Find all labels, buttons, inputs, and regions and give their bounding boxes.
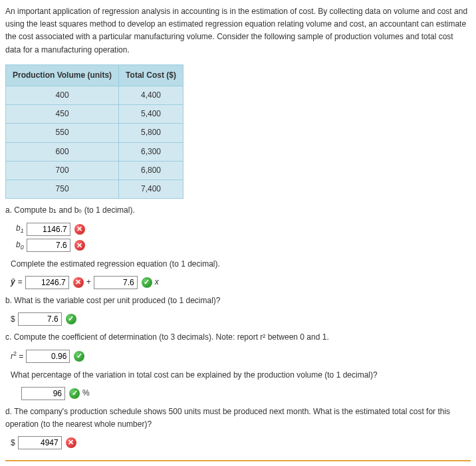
question-c: c. Compute the coefficient of determinat… <box>5 331 471 344</box>
question-label: b. <box>5 296 12 305</box>
table-row: 6006,300 <box>6 142 183 161</box>
cell: 700 <box>6 161 119 179</box>
plus-sign: + <box>86 276 91 289</box>
correct-icon <box>69 388 80 399</box>
col-header-cost: Total Cost ($) <box>119 64 183 86</box>
table-row: 4004,400 <box>6 86 183 104</box>
cell: 750 <box>6 179 119 198</box>
question-text: Compute b₁ and b₀ (to 1 decimal). <box>14 205 134 215</box>
equation-prompt: Complete the estimated regression equati… <box>11 258 471 271</box>
col-header-volume: Production Volume (units) <box>6 64 119 86</box>
b0-input[interactable] <box>27 239 70 252</box>
cell: 450 <box>6 105 119 124</box>
r2-label: r2 = <box>11 349 23 363</box>
question-label: d. <box>5 407 12 416</box>
table-row: 4505,400 <box>6 105 183 124</box>
total-cost-input[interactable] <box>18 436 62 449</box>
slope-input[interactable] <box>94 276 138 289</box>
cell: 550 <box>6 124 119 142</box>
question-text: Compute the coefficient of determination… <box>14 332 329 342</box>
cell: 400 <box>6 86 119 104</box>
question-label: a. <box>5 205 12 215</box>
question-label: c. <box>5 332 11 342</box>
cell: 6,300 <box>119 142 183 161</box>
question-d: d. The company's production schedule sho… <box>5 406 471 431</box>
cell: 4,400 <box>119 86 183 104</box>
cell: 6,800 <box>119 161 183 179</box>
table-row: 7507,400 <box>6 179 183 198</box>
cell: 7,400 <box>119 179 183 198</box>
question-a: a. Compute b₁ and b₀ (to 1 decimal). <box>5 204 471 217</box>
intro-paragraph: An important application of regression a… <box>5 5 471 57</box>
b1-input[interactable] <box>27 223 70 236</box>
b1-label: b1 <box>16 222 24 236</box>
yhat-label: ŷ <box>11 276 15 289</box>
pct-input[interactable] <box>21 387 65 400</box>
table-row: 7006,800 <box>6 161 183 179</box>
correct-icon <box>74 351 84 362</box>
dollar-prefix: $ <box>11 313 15 326</box>
wrong-icon <box>74 240 85 251</box>
correct-icon <box>66 314 76 324</box>
variable-cost-input[interactable] <box>18 312 62 326</box>
wrong-icon <box>73 277 84 288</box>
cell: 600 <box>6 142 119 161</box>
intercept-input[interactable] <box>25 276 69 289</box>
dollar-prefix: $ <box>11 437 15 449</box>
r2-input[interactable] <box>26 350 70 363</box>
question-b: b. What is the variable cost per unit pr… <box>5 294 471 307</box>
b0-label: b0 <box>16 239 24 253</box>
cell: 5,800 <box>119 124 183 142</box>
equals-sign: = <box>18 276 23 289</box>
correct-icon <box>142 277 152 288</box>
pct-prompt: What percentage of the variation in tota… <box>11 369 471 382</box>
question-text: What is the variable cost per unit produ… <box>14 296 220 305</box>
x-label: x <box>155 276 159 289</box>
data-table: Production Volume (units) Total Cost ($)… <box>5 64 183 199</box>
wrong-icon <box>74 224 85 235</box>
question-text: The company's production schedule shows … <box>5 407 450 429</box>
cell: 5,400 <box>119 105 183 124</box>
table-row: 5505,800 <box>6 124 183 142</box>
pct-suffix: % <box>82 387 90 400</box>
wrong-icon <box>66 437 76 448</box>
bottom-rule <box>5 460 471 461</box>
